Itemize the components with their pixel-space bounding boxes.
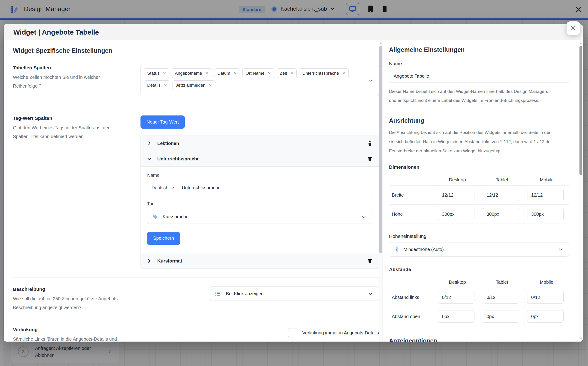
row-label-hoehe: Höhe [389,205,435,224]
chevron-down-icon[interactable] [368,77,373,84]
tag-name-input[interactable] [182,185,368,190]
modal-close-button[interactable] [566,22,580,35]
column-chip[interactable]: Angebotname [171,69,212,78]
chevron-down-icon [147,156,152,161]
scrollbar-thumb[interactable] [580,46,582,175]
height-setting-select[interactable]: Mindesthöhe (Auto) [389,242,569,257]
widget-settings-modal: Widget | Angebote Tabelle Widget-Spezifi… [4,24,583,342]
spacing-table: Desktop Tablet Mobile Abstand links Abst… [389,276,569,326]
accordion-item-lektionen[interactable]: Lektionen [141,136,379,151]
save-button[interactable]: Speichern [147,232,180,245]
name-field-label: Name [147,173,372,178]
column-chip[interactable]: Datum [214,69,240,78]
column-header-desktop: Desktop [435,174,480,185]
column-chip[interactable]: Status [144,69,169,78]
chip-remove-icon[interactable] [290,71,293,75]
table-columns-row: Tabellen Spalten Welche Zeilen möchten S… [4,54,379,105]
display-options-heading: Anzeigeoptionen [389,337,569,342]
abstand-oben-tablet-input[interactable] [483,310,519,323]
chip-remove-icon[interactable] [268,71,271,75]
hoehe-tablet-input[interactable] [483,208,519,220]
chevron-right-icon [147,258,152,263]
tag-icon [152,214,158,220]
description-display-select[interactable]: Bei Klick anzeigen [209,287,379,301]
alignment-description: Die Ausrichtung bezieht sich auf die Pos… [389,128,569,156]
list-icon [215,290,221,297]
column-header-mobile: Mobile [524,174,569,185]
column-header-mobile: Mobile [524,276,569,288]
column-header-desktop: Desktop [435,276,480,288]
spacing-heading: Abstände [389,267,569,272]
chip-remove-icon[interactable] [234,71,237,75]
dimensions-table: Desktop Tablet Mobile Breite Höhe [389,174,569,224]
tag-value-accordion: Lektionen Unterrichtssprache [141,136,379,269]
section-divider [389,111,569,111]
tag-select[interactable]: Kurssprache [147,210,372,224]
left-pane-scrollbar[interactable] [379,40,383,342]
trash-icon[interactable] [367,140,373,146]
column-chip[interactable]: Ort Name [242,69,274,78]
table-columns-description: Welche Zeilen möchten Sie und in welcher… [13,73,131,90]
chip-remove-icon[interactable] [163,71,166,75]
general-settings-panel: Allgemeine Einstellungen Name Dieser Nam… [383,40,579,342]
modal-title: Widget | Angebote Tabelle [4,24,583,40]
table-columns-multiselect[interactable]: Status Angebotname Datum Ort Name Zeit U… [141,65,379,96]
chevron-down-icon [558,246,564,252]
chevron-down-icon [361,214,367,220]
row-label-abstand-links: Abstand links [389,288,435,307]
column-chip[interactable]: Zeit [277,69,297,78]
tag-value-label: Tag-Wert Spalten [13,115,131,121]
trash-icon[interactable] [367,258,373,264]
abstand-oben-desktop-input[interactable] [438,310,475,323]
language-select[interactable]: Deutsch [152,185,175,190]
abstand-links-mobile-input[interactable] [527,291,564,304]
accordion-item-unterrichtssprache[interactable]: Unterrichtssprache [141,151,379,166]
breite-desktop-input[interactable] [438,189,475,201]
linking-label: Verlinkung [13,327,131,332]
scroll-arrow-icon[interactable] [580,338,582,340]
ruler-icon [394,246,399,253]
chip-remove-icon[interactable] [342,71,345,75]
column-header-tablet: Tablet [480,174,524,185]
name-label: Name [389,61,569,66]
right-pane-scrollbar[interactable] [579,40,583,342]
table-columns-label: Tabellen Spalten [13,65,131,70]
linking-checkbox-label: Verlinkung immer in Angebots-Details [302,330,379,336]
linking-description: Sämtliche Links führen in die Angebots-D… [13,335,131,342]
linking-checkbox[interactable] [288,328,297,337]
left-pane-heading: Widget-Spezifische Einstellungen [13,47,379,54]
breite-tablet-input[interactable] [483,189,519,201]
chevron-down-icon [171,186,175,190]
widget-specific-settings: Widget-Spezifische Einstellungen Tabelle… [4,40,379,342]
hoehe-mobile-input[interactable] [527,208,564,220]
alignment-heading: Ausrichtung [389,117,569,124]
abstand-links-tablet-input[interactable] [483,291,519,304]
accordion-item-kursformat[interactable]: Kursformat [141,253,379,268]
chip-remove-icon[interactable] [164,84,167,87]
breite-mobile-input[interactable] [527,189,564,201]
trash-icon[interactable] [367,156,373,162]
column-chip[interactable]: Unterrichtssprache [299,69,349,78]
name-help-text: Dieser Name bezieht sich auf den Widget-… [389,87,569,105]
abstand-links-desktop-input[interactable] [438,291,475,304]
description-label: Beschreibung [13,287,131,292]
abstand-oben-mobile-input[interactable] [527,310,564,323]
column-chip[interactable]: Jetzt anmelden [172,80,215,90]
scroll-arrow-icon[interactable] [580,42,582,44]
chip-remove-icon[interactable] [205,71,208,75]
chevron-down-icon [368,291,373,297]
hoehe-desktop-input[interactable] [438,208,475,220]
description-help: Wie soll die auf ca. 250 Zeichen gekürzt… [13,294,131,312]
row-label-breite: Breite [389,185,435,205]
scrollbar-thumb[interactable] [379,46,382,253]
scroll-arrow-icon[interactable] [380,42,382,44]
chip-remove-icon[interactable] [209,84,212,87]
column-header-tablet: Tablet [480,276,524,288]
tag-name-input-group: Deutsch [147,181,372,194]
height-setting-label: Höheneinstellung [389,234,569,239]
column-chip[interactable]: Details [144,80,170,90]
widget-name-input[interactable] [389,70,569,83]
linking-row: Verlinkung Sämtliche Links führen in die… [4,319,379,342]
new-tag-value-button[interactable]: Neuer Tag-Wert [141,115,185,129]
description-row: Beschreibung Wie soll die auf ca. 250 Ze… [4,278,379,319]
